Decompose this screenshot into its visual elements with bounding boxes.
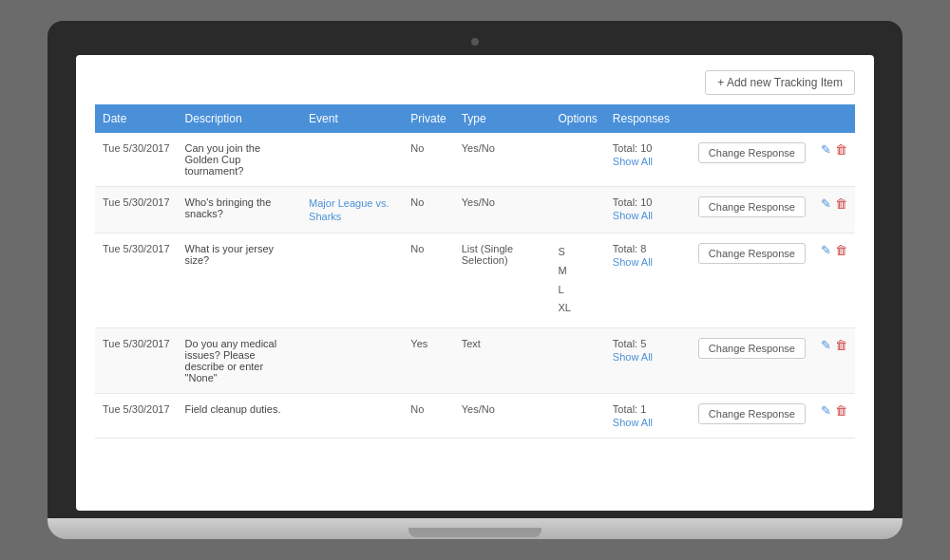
laptop-container: + Add new Tracking Item Date Description… xyxy=(48,21,902,539)
table-row: Tue 5/30/2017Can you join the Golden Cup… xyxy=(95,133,855,187)
edit-icon-button[interactable]: ✎ xyxy=(821,338,831,352)
event-link[interactable]: Major League vs. Sharks xyxy=(309,197,389,222)
cell-description: Do you any medical issues? Please descri… xyxy=(178,328,302,394)
cell-change-response: Change Response xyxy=(691,394,813,439)
cell-description: Who's bringing the snacks? xyxy=(178,187,302,233)
cell-options xyxy=(550,187,604,233)
cell-event xyxy=(301,133,403,187)
header-date: Date xyxy=(95,104,178,133)
cell-date: Tue 5/30/2017 xyxy=(95,328,178,394)
cell-options xyxy=(550,133,604,187)
cell-change-response: Change Response xyxy=(691,233,813,328)
cell-description: Field cleanup duties. xyxy=(178,394,302,439)
cell-event: Major League vs. Sharks xyxy=(301,187,403,233)
cell-actions: ✎🗑 xyxy=(813,394,855,439)
header-icons xyxy=(813,104,855,133)
header-options: Options xyxy=(550,104,604,133)
show-all-link[interactable]: Show All xyxy=(613,351,683,363)
cell-actions: ✎🗑 xyxy=(813,187,855,233)
change-response-button[interactable]: Change Response xyxy=(698,243,806,264)
tracking-items-table: Date Description Event Private Type Opti… xyxy=(95,104,855,439)
cell-private: No xyxy=(403,233,453,328)
header-description: Description xyxy=(178,104,302,133)
cell-type: Text xyxy=(454,328,551,394)
option-item: S xyxy=(558,243,597,262)
laptop-base xyxy=(48,518,902,539)
table-row: Tue 5/30/2017Who's bringing the snacks?M… xyxy=(95,187,855,233)
cell-private: No xyxy=(403,394,453,439)
cell-event xyxy=(301,328,403,394)
cell-options: SMLXL xyxy=(550,233,604,328)
screen-bezel: + Add new Tracking Item Date Description… xyxy=(48,21,902,518)
cell-actions: ✎🗑 xyxy=(813,328,855,394)
show-all-link[interactable]: Show All xyxy=(613,210,683,221)
cell-actions: ✎🗑 xyxy=(813,133,855,187)
add-tracking-item-button[interactable]: + Add new Tracking Item xyxy=(705,70,855,95)
change-response-button[interactable]: Change Response xyxy=(698,142,806,163)
delete-icon-button[interactable]: 🗑 xyxy=(835,243,847,257)
cell-type: Yes/No xyxy=(454,187,551,233)
cell-date: Tue 5/30/2017 xyxy=(95,233,178,328)
cell-change-response: Change Response xyxy=(691,133,813,187)
header-actions xyxy=(691,104,813,133)
delete-icon-button[interactable]: 🗑 xyxy=(835,142,847,157)
change-response-button[interactable]: Change Response xyxy=(698,196,806,217)
cell-event xyxy=(301,233,403,328)
response-total: Total: 8 xyxy=(613,243,683,254)
table-row: Tue 5/30/2017Do you any medical issues? … xyxy=(95,328,855,394)
edit-icon-button[interactable]: ✎ xyxy=(821,142,831,157)
laptop-camera xyxy=(471,38,479,46)
header-private: Private xyxy=(403,104,453,133)
option-item: L xyxy=(558,281,597,300)
cell-options xyxy=(550,328,604,394)
laptop-vent xyxy=(408,528,542,537)
option-item: M xyxy=(558,262,597,281)
show-all-link[interactable]: Show All xyxy=(613,417,683,428)
cell-private: No xyxy=(403,133,453,187)
response-total: Total: 5 xyxy=(613,338,683,349)
change-response-button[interactable]: Change Response xyxy=(698,338,806,359)
delete-icon-button[interactable]: 🗑 xyxy=(835,196,847,211)
response-total: Total: 1 xyxy=(613,403,683,415)
show-all-link[interactable]: Show All xyxy=(613,156,683,167)
cell-private: No xyxy=(403,187,453,233)
laptop-screen: + Add new Tracking Item Date Description… xyxy=(76,55,874,511)
edit-icon-button[interactable]: ✎ xyxy=(821,196,831,211)
header-type: Type xyxy=(454,104,551,133)
cell-date: Tue 5/30/2017 xyxy=(95,187,178,233)
cell-options xyxy=(550,394,604,439)
cell-date: Tue 5/30/2017 xyxy=(95,133,178,187)
delete-icon-button[interactable]: 🗑 xyxy=(835,338,847,352)
cell-description: Can you join the Golden Cup tournament? xyxy=(178,133,302,187)
cell-responses: Total: 10Show All xyxy=(605,187,691,233)
toolbar: + Add new Tracking Item xyxy=(95,70,855,95)
cell-responses: Total: 1Show All xyxy=(605,394,691,439)
cell-event xyxy=(301,394,403,439)
change-response-button[interactable]: Change Response xyxy=(698,403,806,424)
cell-change-response: Change Response xyxy=(691,328,813,394)
show-all-link[interactable]: Show All xyxy=(613,256,683,268)
response-total: Total: 10 xyxy=(613,196,683,208)
table-row: Tue 5/30/2017What is your jersey size?No… xyxy=(95,233,855,328)
cell-responses: Total: 10Show All xyxy=(605,133,691,187)
table-row: Tue 5/30/2017Field cleanup duties.NoYes/… xyxy=(95,394,855,439)
response-total: Total: 10 xyxy=(613,142,683,154)
table-header-row: Date Description Event Private Type Opti… xyxy=(95,104,855,133)
cell-description: What is your jersey size? xyxy=(178,233,302,328)
cell-private: Yes xyxy=(403,328,453,394)
header-event: Event xyxy=(301,104,403,133)
delete-icon-button[interactable]: 🗑 xyxy=(835,403,847,418)
option-item: XL xyxy=(558,299,597,318)
cell-responses: Total: 8Show All xyxy=(605,233,691,328)
cell-type: Yes/No xyxy=(454,133,551,187)
edit-icon-button[interactable]: ✎ xyxy=(821,243,831,257)
cell-type: List (Single Selection) xyxy=(454,233,551,328)
cell-date: Tue 5/30/2017 xyxy=(95,394,178,439)
header-responses: Responses xyxy=(605,104,691,133)
app-content: + Add new Tracking Item Date Description… xyxy=(76,55,874,454)
cell-responses: Total: 5Show All xyxy=(605,328,691,394)
cell-actions: ✎🗑 xyxy=(813,233,855,328)
cell-type: Yes/No xyxy=(454,394,551,439)
cell-change-response: Change Response xyxy=(691,187,813,233)
edit-icon-button[interactable]: ✎ xyxy=(821,403,831,418)
